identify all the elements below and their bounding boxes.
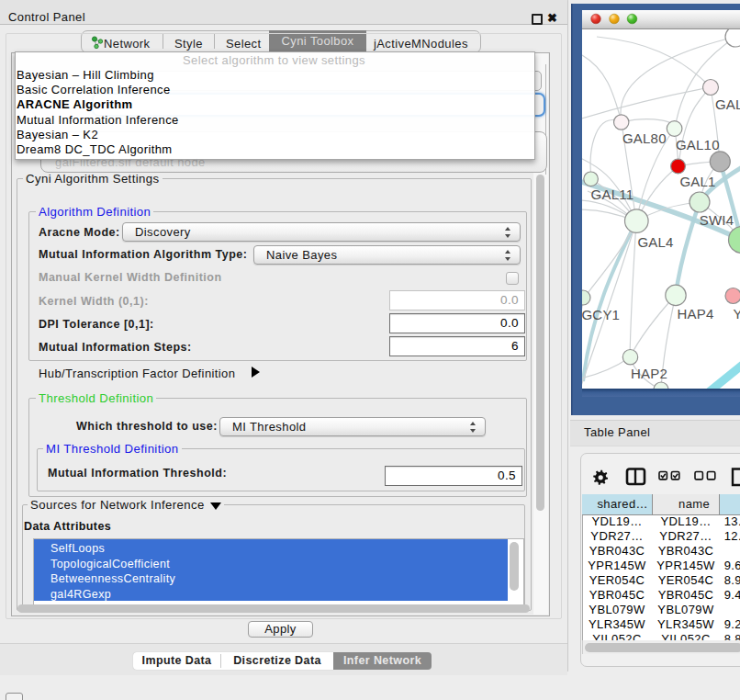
svg-text:GCY1: GCY1 bbox=[582, 307, 621, 322]
svg-text:YEL: YEL bbox=[734, 306, 740, 322]
svg-text:GAL80: GAL80 bbox=[622, 130, 667, 146]
svg-text:GAL1: GAL1 bbox=[680, 174, 716, 189]
svg-text:SWI4: SWI4 bbox=[700, 212, 734, 228]
svg-text:GAL2: GAL2 bbox=[715, 96, 740, 112]
svg-text:HAP4: HAP4 bbox=[678, 306, 714, 322]
svg-text:HAP2: HAP2 bbox=[631, 366, 667, 381]
svg-text:GAL4: GAL4 bbox=[638, 234, 674, 250]
svg-text:GAL11: GAL11 bbox=[591, 186, 634, 202]
svg-text:GAL10: GAL10 bbox=[676, 137, 720, 152]
